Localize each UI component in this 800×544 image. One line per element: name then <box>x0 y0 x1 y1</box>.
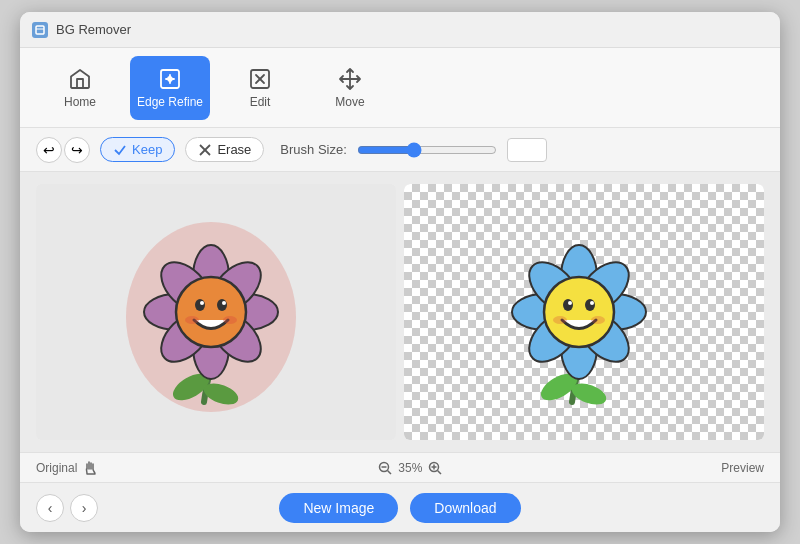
svg-line-45 <box>388 470 392 474</box>
svg-point-23 <box>200 301 204 305</box>
brush-size-value[interactable]: 40 <box>507 138 547 162</box>
undo-redo-group: ↩ ↪ <box>36 137 90 163</box>
status-original: Original <box>36 460 99 476</box>
prev-button[interactable]: ‹ <box>36 494 64 522</box>
nav-toolbar: Home Edge Refine Edit Move <box>20 48 780 128</box>
svg-point-20 <box>176 277 246 347</box>
app-window: BG Remover Home Edge Refine <box>20 12 780 532</box>
nav-item-edit[interactable]: Edit <box>220 56 300 120</box>
original-flower <box>116 202 316 422</box>
nav-move-label: Move <box>335 95 364 109</box>
next-button[interactable]: › <box>70 494 98 522</box>
svg-point-38 <box>563 299 573 311</box>
erase-button[interactable]: Erase <box>185 137 264 162</box>
nav-item-move[interactable]: Move <box>310 56 390 120</box>
main-content <box>20 172 780 452</box>
keep-label: Keep <box>132 142 162 157</box>
status-preview: Preview <box>721 461 764 475</box>
redo-button[interactable]: ↪ <box>64 137 90 163</box>
nav-edge-label: Edge Refine <box>137 95 203 109</box>
app-icon <box>32 22 48 38</box>
nav-edit-label: Edit <box>250 95 271 109</box>
svg-point-41 <box>590 301 594 305</box>
brush-size-slider[interactable] <box>357 142 497 158</box>
svg-point-21 <box>195 299 205 311</box>
svg-point-40 <box>568 301 572 305</box>
preview-panel[interactable] <box>404 184 764 440</box>
status-bar: Original 35% Preview <box>20 452 780 482</box>
original-label: Original <box>36 461 77 475</box>
svg-rect-0 <box>36 26 44 34</box>
svg-point-26 <box>223 316 237 324</box>
preview-flower <box>484 202 684 422</box>
svg-point-3 <box>168 77 172 81</box>
original-panel[interactable] <box>36 184 396 440</box>
action-toolbar: ↩ ↪ Keep Erase Brush Size: 40 <box>20 128 780 172</box>
svg-point-39 <box>585 299 595 311</box>
svg-point-43 <box>591 316 605 324</box>
svg-point-22 <box>217 299 227 311</box>
zoom-level: 35% <box>398 461 422 475</box>
svg-point-37 <box>544 277 614 347</box>
keep-button[interactable]: Keep <box>100 137 175 162</box>
svg-point-24 <box>222 301 226 305</box>
zoom-out-icon <box>378 461 392 475</box>
nav-home-label: Home <box>64 95 96 109</box>
svg-point-42 <box>553 316 567 324</box>
hand-icon <box>83 460 99 476</box>
download-button[interactable]: Download <box>410 493 520 523</box>
nav-item-home[interactable]: Home <box>40 56 120 120</box>
svg-line-48 <box>438 470 442 474</box>
app-title: BG Remover <box>56 22 131 37</box>
status-zoom: 35% <box>378 461 442 475</box>
bottom-bar: ‹ › New Image Download <box>20 482 780 532</box>
titlebar: BG Remover <box>20 12 780 48</box>
nav-item-edge-refine[interactable]: Edge Refine <box>130 56 210 120</box>
new-image-button[interactable]: New Image <box>279 493 398 523</box>
undo-button[interactable]: ↩ <box>36 137 62 163</box>
erase-label: Erase <box>217 142 251 157</box>
preview-label: Preview <box>721 461 764 475</box>
nav-arrows: ‹ › <box>36 494 98 522</box>
brush-size-label: Brush Size: <box>280 142 346 157</box>
zoom-in-icon <box>428 461 442 475</box>
svg-point-25 <box>185 316 199 324</box>
